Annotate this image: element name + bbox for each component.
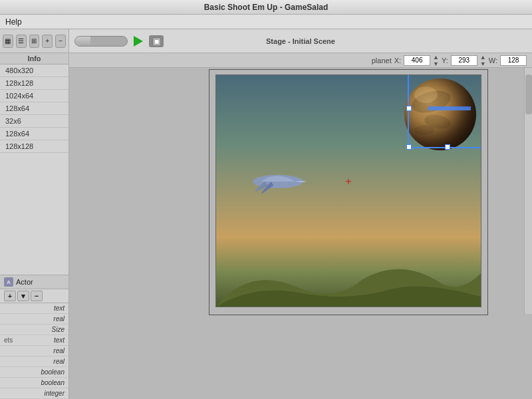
list-item[interactable]: 128x64 <box>0 128 68 140</box>
list-item[interactable]: 128x128 <box>0 77 68 90</box>
attr-row: Size <box>0 325 68 335</box>
attr-row: text <box>0 303 68 314</box>
actor-buttons: + ▾ − <box>0 289 68 303</box>
attr-row: boolean <box>0 378 68 388</box>
left-sidebar: ▦ ☰ ⊞ + − Info 480x320 128x128 <box>0 29 69 399</box>
x-spinner-up[interactable]: ▲▼ <box>433 54 439 67</box>
camera-icon: ▣ <box>153 37 160 46</box>
actor-label: Actor <box>16 278 33 286</box>
attr-row: real <box>0 314 68 325</box>
app-title: Basic Shoot Em Up - GameSalad <box>204 3 329 12</box>
list-item[interactable]: 1024x64 <box>0 90 68 102</box>
actor-label-row: A Actor <box>0 275 68 289</box>
progress-bar <box>74 36 128 47</box>
play-icon <box>134 36 143 47</box>
remove-attribute-btn[interactable]: − <box>31 291 43 301</box>
main-layout: ▦ ☰ ⊞ + − Info 480x320 128x128 <box>0 29 532 399</box>
planet-label: planet <box>372 57 392 65</box>
play-button[interactable] <box>132 35 145 48</box>
spaceship <box>248 167 308 194</box>
planet-container[interactable] <box>401 75 481 155</box>
attribute-menu-btn[interactable]: ▾ <box>17 291 29 301</box>
w-input[interactable] <box>500 55 527 66</box>
add-attribute-btn[interactable]: + <box>4 291 16 301</box>
grid-icon: ▦ <box>5 37 11 45</box>
add-item-btn[interactable]: + <box>42 35 53 48</box>
sidebar-items-list: 480x320 128x128 1024x64 128x64 32x6 128x… <box>0 65 68 275</box>
handle-mid-left[interactable] <box>406 106 412 111</box>
scene-hills <box>216 253 481 307</box>
scroll-thumb[interactable] <box>525 74 532 114</box>
y-input[interactable] <box>451 55 477 66</box>
y-label: Y: <box>442 57 448 65</box>
camera-button[interactable]: ▣ <box>149 35 164 47</box>
info-section-label: Info <box>0 53 68 65</box>
stage-header: planet X: ▲▼ Y: ▲▼ W: <box>69 53 532 68</box>
list-item[interactable]: 128x64 <box>0 102 68 115</box>
table-view-btn[interactable]: ⊞ <box>29 35 40 48</box>
attr-row: real <box>0 346 68 356</box>
attr-row: integer <box>0 388 68 399</box>
handle-bottom-center[interactable] <box>445 144 450 150</box>
selection-box <box>408 74 481 148</box>
attr-row: boolean <box>0 367 68 378</box>
list-item[interactable]: 480x320 <box>0 65 68 77</box>
x-input[interactable] <box>404 55 430 66</box>
svg-point-1 <box>255 180 261 186</box>
sidebar-toolbar: ▦ ☰ ⊞ + − <box>0 29 68 53</box>
grid-view-btn[interactable]: ▦ <box>3 35 13 48</box>
attributes-list: text real Size ets text real <box>0 303 68 399</box>
attr-row: real <box>0 356 68 367</box>
plus-icon: + <box>45 37 49 45</box>
menu-help[interactable]: Help <box>5 17 22 27</box>
table-icon: ⊞ <box>31 37 37 45</box>
remove-item-btn[interactable]: − <box>55 35 66 48</box>
stage-toolbar-left: ▣ <box>74 35 164 48</box>
title-bar: Basic Shoot Em Up - GameSalad <box>0 0 532 15</box>
actor-icon: A <box>4 277 13 287</box>
handle-bottom-left[interactable] <box>406 144 412 150</box>
attr-row: ets text <box>0 335 68 346</box>
menu-bar: Help <box>0 15 532 29</box>
right-scrollbar[interactable] <box>524 68 532 314</box>
w-label: W: <box>489 57 497 65</box>
minus-icon: − <box>59 37 63 45</box>
y-spinner-up[interactable]: ▲▼ <box>480 54 486 67</box>
planet-coords: planet X: ▲▼ Y: ▲▼ W: <box>372 54 527 67</box>
list-item[interactable]: 128x128 <box>0 140 68 153</box>
x-label: X: <box>394 57 401 65</box>
stage-toolbar: ▣ Stage - Initial Scene <box>69 29 532 53</box>
list-item[interactable]: 32x6 <box>0 115 68 128</box>
game-stage[interactable]: + <box>215 74 481 307</box>
progress-fill <box>75 37 90 46</box>
actor-section: A Actor + ▾ − text real <box>0 275 68 399</box>
list-icon: ☰ <box>18 37 24 45</box>
crosshair: + <box>344 177 353 186</box>
canvas-area[interactable]: + <box>69 68 532 399</box>
main-content: ▣ Stage - Initial Scene planet X: ▲▼ Y: … <box>69 29 532 399</box>
list-view-btn[interactable]: ☰ <box>16 35 27 48</box>
